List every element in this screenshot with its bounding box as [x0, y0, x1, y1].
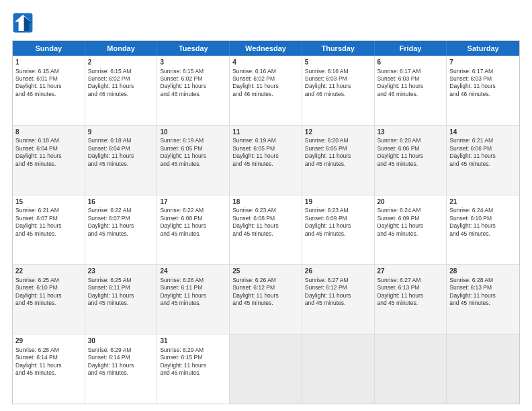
day-info-line: Daylight: 11 hours [378, 152, 444, 160]
day-info-line: and 45 minutes. [160, 369, 226, 377]
day-info-line: and 45 minutes. [378, 300, 444, 307]
day-info-line: Sunrise: 6:24 AM [378, 207, 444, 214]
day-info-line: Sunrise: 6:28 AM [15, 347, 82, 354]
day-info-line: Sunrise: 6:26 AM [160, 277, 226, 284]
day-info-line: Sunrise: 6:19 AM [232, 137, 299, 144]
day-info-line: Sunset: 6:05 PM [305, 145, 371, 152]
day-number: 20 [378, 197, 444, 207]
day-info-line: Sunrise: 6:22 AM [88, 207, 154, 214]
day-number: 30 [88, 336, 154, 346]
day-info-line: Sunset: 6:09 PM [378, 215, 444, 222]
day-info-line: Sunset: 6:02 PM [232, 75, 299, 83]
day-info-line: and 45 minutes. [88, 369, 154, 377]
calendar-cell [230, 334, 302, 404]
day-info-line: and 45 minutes. [378, 161, 444, 168]
day-info-line: Daylight: 11 hours [305, 292, 371, 300]
weekday-header-tuesday: Tuesday [157, 41, 230, 56]
day-info-line: Sunrise: 6:20 AM [305, 137, 371, 144]
day-info-line: Sunset: 6:10 PM [15, 284, 82, 291]
day-info-line: Daylight: 11 hours [232, 292, 299, 300]
calendar: SundayMondayTuesdayWednesdayThursdayFrid… [12, 40, 520, 404]
day-info-line: Daylight: 11 hours [305, 222, 371, 230]
calendar-row: 8Sunrise: 6:18 AMSunset: 6:04 PMDaylight… [13, 126, 519, 195]
calendar-cell: 31Sunrise: 6:29 AMSunset: 6:15 PMDayligh… [157, 334, 230, 404]
day-info-line: and 45 minutes. [88, 230, 154, 238]
day-info-line: Daylight: 11 hours [449, 292, 517, 300]
day-info-line: and 45 minutes. [160, 230, 226, 238]
day-number: 31 [160, 336, 226, 346]
day-info-line: Sunrise: 6:27 AM [305, 277, 371, 284]
day-number: 7 [449, 58, 517, 67]
calendar-cell: 26Sunrise: 6:27 AMSunset: 6:12 PMDayligh… [302, 265, 375, 334]
day-info-line: Daylight: 11 hours [15, 292, 82, 300]
day-info-line: Sunset: 6:14 PM [15, 354, 82, 361]
day-info-line: and 45 minutes. [15, 300, 82, 307]
day-number: 3 [160, 58, 226, 67]
day-info-line: Daylight: 11 hours [88, 152, 154, 160]
day-number: 18 [232, 197, 299, 207]
calendar-cell: 28Sunrise: 6:28 AMSunset: 6:13 PMDayligh… [447, 265, 519, 334]
day-info-line: Sunrise: 6:17 AM [378, 68, 444, 75]
day-info-line: Daylight: 11 hours [378, 83, 444, 90]
day-info-line: Sunset: 6:13 PM [378, 284, 444, 291]
calendar-cell: 5Sunrise: 6:16 AMSunset: 6:03 PMDaylight… [302, 56, 375, 125]
day-number: 16 [88, 197, 154, 207]
day-info-line: Sunrise: 6:21 AM [449, 137, 517, 144]
day-info-line: Daylight: 11 hours [449, 83, 517, 90]
day-info-line: Daylight: 11 hours [232, 83, 299, 90]
day-number: 26 [305, 267, 371, 276]
day-info-line: Sunset: 6:12 PM [232, 284, 299, 291]
day-info-line: Daylight: 11 hours [160, 292, 226, 300]
day-info-line: and 45 minutes. [15, 161, 82, 168]
day-info-line: and 45 minutes. [449, 300, 517, 307]
day-info-line: Sunset: 6:14 PM [88, 354, 154, 361]
day-info-line: and 45 minutes. [15, 369, 82, 377]
day-info-line: Sunrise: 6:29 AM [160, 347, 226, 354]
calendar-header: SundayMondayTuesdayWednesdayThursdayFrid… [13, 41, 519, 56]
day-info-line: Sunrise: 6:24 AM [449, 207, 517, 214]
day-number: 2 [88, 58, 154, 67]
day-info-line: Sunrise: 6:18 AM [88, 137, 154, 144]
calendar-row: 15Sunrise: 6:21 AMSunset: 6:07 PMDayligh… [13, 195, 519, 265]
day-number: 27 [378, 267, 444, 276]
calendar-cell: 3Sunrise: 6:15 AMSunset: 6:02 PMDaylight… [157, 56, 230, 125]
calendar-cell: 16Sunrise: 6:22 AMSunset: 6:07 PMDayligh… [85, 195, 158, 265]
day-info-line: and 45 minutes. [88, 300, 154, 307]
day-info-line: Sunrise: 6:17 AM [449, 68, 517, 75]
day-info-line: and 45 minutes. [88, 161, 154, 168]
day-info-line: Daylight: 11 hours [15, 222, 82, 230]
day-info-line: Sunset: 6:08 PM [232, 215, 299, 222]
day-info-line: and 45 minutes. [232, 161, 299, 168]
day-number: 22 [15, 267, 82, 276]
day-info-line: Sunrise: 6:22 AM [160, 207, 226, 214]
day-info-line: Sunset: 6:06 PM [449, 145, 517, 152]
day-info-line: and 46 minutes. [232, 91, 299, 98]
calendar-cell: 10Sunrise: 6:19 AMSunset: 6:05 PMDayligh… [157, 126, 230, 195]
calendar-cell: 27Sunrise: 6:27 AMSunset: 6:13 PMDayligh… [375, 265, 447, 334]
day-info-line: Sunset: 6:02 PM [88, 75, 154, 83]
calendar-cell: 18Sunrise: 6:23 AMSunset: 6:08 PMDayligh… [230, 195, 302, 265]
calendar-cell: 11Sunrise: 6:19 AMSunset: 6:05 PMDayligh… [230, 126, 302, 195]
day-info-line: and 45 minutes. [232, 230, 299, 238]
day-info-line: Sunrise: 6:27 AM [378, 277, 444, 284]
day-number: 15 [15, 197, 82, 207]
day-info-line: Sunset: 6:02 PM [160, 75, 226, 83]
calendar-cell: 30Sunrise: 6:29 AMSunset: 6:14 PMDayligh… [85, 334, 158, 404]
day-number: 25 [232, 267, 299, 276]
calendar-cell: 20Sunrise: 6:24 AMSunset: 6:09 PMDayligh… [375, 195, 447, 265]
day-info-line: Daylight: 11 hours [160, 222, 226, 230]
day-number: 8 [15, 128, 82, 137]
day-number: 29 [15, 336, 82, 346]
day-number: 13 [378, 128, 444, 137]
calendar-row: 29Sunrise: 6:28 AMSunset: 6:14 PMDayligh… [13, 334, 519, 404]
calendar-cell: 7Sunrise: 6:17 AMSunset: 6:03 PMDaylight… [447, 56, 519, 125]
calendar-cell: 6Sunrise: 6:17 AMSunset: 6:03 PMDaylight… [375, 56, 447, 125]
day-info-line: Daylight: 11 hours [88, 83, 154, 90]
day-info-line: Sunset: 6:04 PM [15, 145, 82, 152]
day-info-line: Sunset: 6:05 PM [160, 145, 226, 152]
day-number: 10 [160, 128, 226, 137]
day-info-line: Sunrise: 6:23 AM [305, 207, 371, 214]
calendar-cell: 24Sunrise: 6:26 AMSunset: 6:11 PMDayligh… [157, 265, 230, 334]
logo-icon [12, 12, 34, 34]
day-number: 12 [305, 128, 371, 137]
